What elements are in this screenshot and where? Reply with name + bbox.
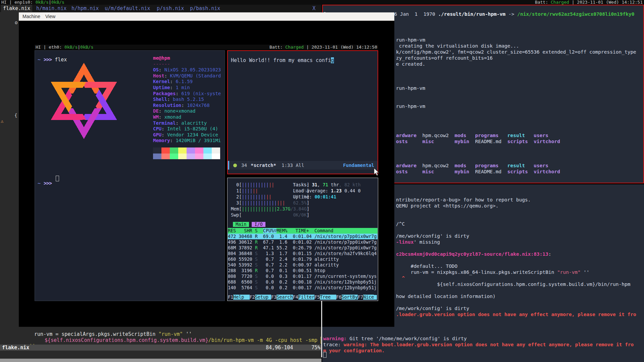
terminal-line: run-hpm-vm: [396, 37, 425, 43]
tab-main-nix[interactable]: h/main.nix: [36, 5, 66, 12]
terminal-line: /me/work/config' is dirty: [396, 233, 469, 239]
terminal-line: -linux' missing: [396, 239, 440, 245]
window-divider: [321, 301, 322, 357]
terminal-line: /^C: [396, 221, 405, 227]
terminal-color-palette: [153, 147, 220, 159]
palette-swatch: [178, 154, 187, 160]
host-battery-clock: Batt: Charged | 2023-11-01 (Wed) 14:12:5…: [535, 0, 643, 5]
vm-screen[interactable]: HI | eth0: 0kB/s|0kB/s Batt: Charged | 2…: [35, 45, 378, 302]
table-row[interactable]: 140 5764 S 0.0 0.2 0:00.17 /nix/store/12…: [228, 285, 377, 291]
terminal-line: run-hpm-vm: [396, 103, 425, 109]
fkey-sortby[interactable]: F6SortBy: [336, 295, 358, 300]
tab-flake-nix[interactable]: flake.nix: [1, 5, 32, 12]
terminal-line: run-hpm-vm: [396, 85, 425, 91]
table-row-selected[interactable]: 472 30468 R 69.0 1.4 0:01.04 /nix/store/…: [228, 234, 378, 239]
modeline-position: 1:33 All: [282, 161, 304, 170]
table-row[interactable]: 540 53992 S 0.7 2.2 0:00.97 alacritty: [228, 262, 339, 268]
palette-swatch: [153, 147, 161, 154]
qemu-vm-window[interactable]: Machine View HI | eth0: 0kB/s|0kB/s Batt…: [19, 12, 394, 327]
warning-line: warning: Git tree '/home/me/work/config'…: [323, 336, 467, 342]
table-row[interactable]: 660 55920 S 0.7 2.4 0:01.79 alacritty: [228, 256, 339, 262]
table-row[interactable]: 808 7720 S 0.0 0.3 0:01.17 /run/current-…: [228, 274, 377, 279]
nixos-logo: [38, 59, 130, 143]
statusline-filename: flake.nix: [2, 345, 29, 351]
ls-listing-row: ardware hpm.qcow2 mods programs result u…: [396, 132, 548, 138]
table-row[interactable]: 288 3196 R 0.7 0.1 0:00.51 htop: [228, 268, 325, 274]
fkey-setup[interactable]: F2Setup: [250, 295, 271, 300]
palette-swatch: [187, 154, 195, 160]
statusline-ruler: 84,96-104: [266, 345, 293, 351]
htop-tab-bar: Main I/O: [233, 222, 265, 228]
shell-prompt: ~ >>>: [38, 180, 55, 186]
qemu-menubar: Machine View: [19, 12, 394, 21]
fkey-filter[interactable]: F4Filter: [293, 295, 315, 300]
terminal-line: ntribute/report-a-bug> for how to report…: [396, 197, 531, 203]
ls-listing-row: osts misc mybin README.md scripts virtch…: [396, 169, 560, 175]
htop-window[interactable]: 0[|||||||||||| 51.7%] 1[|||||| 26.0%] 2[…: [227, 178, 378, 301]
fkey-tree[interactable]: F5Tree: [314, 295, 336, 300]
table-row[interactable]: 688 6560 S 0.0 0.2 0:00.18 /nix/store/12…: [228, 279, 377, 285]
palette-swatch: [212, 147, 220, 154]
table-row[interactable]: 496 30612 R 67.7 1.6 0:01.02 /nix/store/…: [228, 239, 377, 245]
desktop: HI | enp1s0: 0kB/s|0kB/s Batt: Charged |…: [0, 0, 644, 362]
tab-default-nix[interactable]: u/m/default.nix: [105, 5, 150, 12]
host-status-bar: HI | enp1s0: 0kB/s|0kB/s Batt: Charged |…: [0, 0, 644, 5]
vim-tabline: flake.nix h/main.nix h/hpm.nix u/m/defau…: [0, 5, 321, 12]
menu-view[interactable]: View: [45, 12, 55, 20]
terminal-line: run-vm = nixpkgs.x86_64-linux.pkgs.write…: [396, 269, 589, 275]
terminal-line: e created.: [396, 61, 425, 67]
fkey-search[interactable]: F3Search: [271, 295, 293, 300]
tabline-close-icon[interactable]: X: [312, 5, 315, 12]
tab-ssh-nix[interactable]: p/ssh.nix: [157, 5, 184, 12]
modeline-major-mode: Fundamental: [343, 161, 374, 170]
emacs-modeline: 34 *scratch* 1:33 All Fundamental: [228, 161, 378, 170]
terminal-cursor: [56, 176, 59, 181]
neofetch-output: me@hpm ------ OS: NixOS 23.05.20231023 H…: [153, 55, 221, 144]
vim-statusline: flake.nix 84,96-104 75%: [0, 345, 321, 351]
palette-swatch: [178, 147, 187, 154]
table-row[interactable]: 68M 37892 R 47.1 55.2 0:26.79 /nix/store…: [228, 245, 377, 251]
htop-tasks-summary: Tasks: 31, 71 thr, 82 kth Load average: …: [293, 182, 361, 200]
vm-status-bar: HI | eth0: 0kB/s|0kB/s Batt: Charged | 2…: [35, 45, 378, 50]
warning-line: m your configuration.: [323, 348, 385, 354]
terminal-line: /me/work/config' is dirty: [396, 305, 469, 311]
host-net-status: HI | enp1s0: 0kB/s|0kB/s: [1, 0, 64, 5]
bottom-strip: [0, 359, 321, 362]
htop-table-header[interactable]: RES SHR S CPU%▽MEM% TIME+ Command: [228, 228, 378, 234]
palette-swatch: [195, 154, 203, 160]
tab-hpm-nix[interactable]: h/hpm.nix: [71, 5, 99, 12]
editor-margin-brace: {: [14, 113, 17, 118]
htop-tab-main[interactable]: Main: [233, 222, 249, 227]
emacs-buffer-text: Hello World!! from my emacs config: [231, 57, 334, 63]
terminal-line: zy_refcounts=off refcount_bits=16: [396, 55, 493, 61]
terminal-line: k/config/hpm.qcow2', fmt=qcow2 cluster_s…: [396, 49, 636, 55]
palette-swatch: [161, 154, 170, 160]
fkey-nice[interactable]: F7Nice: [358, 295, 374, 300]
code-line-1: run-vm = specialArgs.pkgs.writeScriptBin…: [34, 331, 192, 337]
warning-triangle-icon: ⚠: [1, 118, 3, 124]
htop-tab-io[interactable]: I/O: [252, 222, 265, 227]
fkey-help[interactable]: F1Help: [228, 295, 250, 300]
palette-swatch: [170, 147, 178, 154]
tab-bash-nix[interactable]: p/bash.nix: [190, 5, 220, 12]
palette-swatch: [203, 147, 212, 154]
terminal-line: ${self.nixosConfigurations.hpm.config.sy…: [396, 281, 630, 287]
error-caret: ^: [396, 275, 405, 281]
vm-terminal-window[interactable]: ~ >>> flex me@hpm ------ OS: NixOS 23.05…: [35, 50, 225, 301]
palette-swatch: [170, 154, 178, 160]
flake-error-location: c2bcsm4xmj0vd0capi9q2yc0yzl87-source/fla…: [396, 251, 551, 257]
modeline-buffer-name: *scratch*: [251, 161, 276, 170]
terminal-line: creating the virtualisation disk image..…: [396, 43, 519, 49]
terminal-cursor: [323, 352, 327, 358]
vm-battery-clock: Batt: Charged | 2023-11-01 (Wed) 14:12:5…: [269, 45, 377, 50]
menu-machine[interactable]: Machine: [22, 12, 40, 20]
statusline-percent: 75%: [311, 345, 320, 351]
terminal-line: #default... TODO: [396, 263, 457, 269]
vm-net-status: HI | eth0: 0kB/s|0kB/s: [36, 45, 93, 50]
emacs-cursor: g: [331, 57, 334, 63]
palette-swatch: [187, 147, 195, 154]
table-row[interactable]: 804 36848 S 1.3 1.7 0:01.15 /nix/store/h…: [228, 251, 377, 256]
palette-swatch: [153, 154, 161, 160]
htop-function-keys: F1Help F2Setup F3SearchF4FilterF5Tree F6…: [228, 294, 377, 300]
emacs-window[interactable]: Hello World!! from my emacs config 34 *s…: [227, 50, 378, 174]
